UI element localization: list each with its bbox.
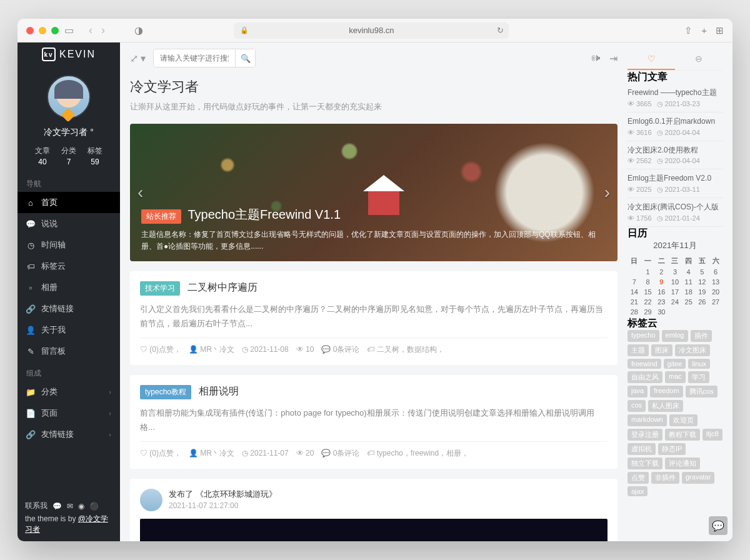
stat-标签[interactable]: 标签59 (88, 146, 102, 166)
qq-float-button[interactable]: 💬 (709, 516, 728, 535)
calendar-day[interactable]: 26 (696, 297, 709, 307)
tag-item[interactable]: 登录注册 (628, 429, 662, 441)
logo[interactable]: kvKEVIN (18, 42, 120, 66)
share-icon[interactable]: ⇧ (684, 25, 692, 36)
calendar-day[interactable]: 7 (628, 277, 641, 287)
tag-item[interactable]: 欢迎页 (669, 414, 698, 426)
tag-item[interactable]: 教程下载 (665, 429, 700, 441)
nav-item-相册[interactable]: ▫相册 (18, 277, 120, 298)
post-comments[interactable]: 💬 0条评论 (321, 344, 359, 355)
tag-item[interactable]: 主题 (628, 344, 649, 356)
stat-文章[interactable]: 文章40 (35, 146, 50, 166)
calendar-day[interactable]: 12 (696, 277, 709, 287)
post-category-tag[interactable]: typecho教程 (140, 385, 191, 399)
calendar-day[interactable]: 14 (628, 287, 641, 297)
mini-avatar[interactable] (140, 489, 162, 511)
sidebar-toggle-icon[interactable]: ▭ (64, 26, 74, 36)
tag-item[interactable]: gitee (664, 359, 686, 369)
calendar-day[interactable]: 23 (654, 297, 668, 307)
post-comments[interactable]: 💬 0条评论 (321, 448, 359, 459)
search-button[interactable]: 🔍 (235, 49, 255, 67)
calendar-day[interactable]: 6 (709, 267, 722, 277)
sound-icon[interactable]: 🕪 (591, 52, 601, 64)
search-input[interactable] (154, 50, 235, 66)
tag-item[interactable]: mac (665, 371, 686, 383)
calendar-day[interactable]: 20 (709, 287, 722, 297)
tag-item[interactable]: gravatar (682, 472, 714, 484)
post-title[interactable]: 二叉树中序遍历 (188, 282, 258, 292)
qq-icon[interactable]: 💬 (52, 502, 62, 511)
expand-icon[interactable]: ⤢ ▾ (130, 52, 146, 64)
calendar-day[interactable]: 24 (668, 297, 682, 307)
shield-icon[interactable]: ◑ (134, 26, 144, 36)
post-tags[interactable]: 🏷 typecho，freewind，相册， (367, 448, 469, 459)
aside-tab-other[interactable]: ⊖ (675, 49, 722, 70)
hot-article-item[interactable]: 冷文图床(腾讯COS)-个人版👁 1756◷ 2021-01-24 (628, 198, 722, 227)
tag-item[interactable]: 腾讯cos (686, 386, 718, 398)
mini-post-title[interactable]: 发布了 《北京环球影城游玩》 (169, 489, 277, 500)
tag-item[interactable]: linux (688, 359, 710, 369)
mini-post-image[interactable] (140, 519, 608, 541)
calendar-day[interactable]: 16 (654, 287, 668, 297)
weibo-icon[interactable]: ◉ (78, 502, 84, 511)
post-author[interactable]: 👤 MR丶冷文 (189, 448, 234, 459)
tag-item[interactable]: cos (628, 400, 646, 412)
calendar-day[interactable]: 13 (709, 277, 722, 287)
tag-item[interactable]: java (628, 386, 648, 398)
tabs-icon[interactable]: ⊞ (716, 25, 724, 36)
calendar-day[interactable]: 25 (682, 297, 696, 307)
new-tab-icon[interactable]: + (701, 25, 707, 36)
login-icon[interactable]: ⇥ (609, 52, 618, 64)
calendar-day[interactable]: 1 (641, 267, 655, 277)
nav-item-首页[interactable]: ⌂首页 (18, 192, 120, 213)
tag-item[interactable]: 点赞 (628, 472, 649, 484)
calendar-day[interactable]: 29 (641, 307, 655, 317)
minimize-window[interactable] (39, 27, 46, 34)
tag-item[interactable]: 图床 (651, 344, 672, 356)
nav-item-标签云[interactable]: 🏷标签云 (18, 256, 120, 277)
calendar-day[interactable]: 18 (682, 287, 696, 297)
calendar-day[interactable]: 19 (696, 287, 709, 297)
back-button[interactable]: ‹ (89, 24, 92, 37)
hot-article-item[interactable]: Emlog6.0.1开启markdown👁 3616◷ 2020-04-04 (628, 112, 722, 141)
like-button[interactable]: ♡ (0)点赞， (140, 344, 181, 355)
tag-item[interactable]: freewind (628, 359, 661, 369)
calendar-day[interactable]: 3 (668, 267, 682, 277)
calendar-day[interactable]: 27 (709, 297, 722, 307)
aside-tab-hot[interactable]: ♡ (628, 49, 675, 70)
calendar-day[interactable]: 15 (641, 287, 655, 297)
hero-slider[interactable]: ‹ › 站长推荐 Typecho主题Freewind V1.1 主题信息名称：修… (130, 124, 618, 261)
github-icon[interactable]: ⚫ (89, 502, 99, 511)
nav-item-时间轴[interactable]: ◷时间轴 (18, 234, 120, 256)
calendar-day[interactable]: 22 (641, 297, 655, 307)
post-title[interactable]: 相册说明 (199, 386, 239, 396)
slider-prev[interactable]: ‹ (138, 182, 143, 202)
calendar-day[interactable]: 10 (668, 277, 682, 287)
calendar-day[interactable]: 8 (641, 277, 655, 287)
tag-item[interactable]: 虚拟机 (628, 443, 656, 455)
nav-item-关于我[interactable]: 👤关于我 (18, 319, 120, 341)
tag-item[interactable]: ltjc8 (702, 429, 722, 441)
group-item-页面[interactable]: 📄页面› (18, 402, 120, 424)
calendar-day[interactable]: 2 (654, 267, 668, 277)
tag-item[interactable]: 自由之风 (628, 371, 662, 383)
post-tags[interactable]: 🏷 二叉树，数据结构， (367, 344, 444, 355)
url-bar[interactable]: 🔒 kevinlu98.cn ↻ (234, 22, 509, 39)
group-item-友情链接[interactable]: 🔗友情链接› (18, 424, 120, 445)
calendar-day[interactable]: 21 (628, 297, 641, 307)
tag-item[interactable]: emlog (662, 330, 688, 342)
post-author[interactable]: 👤 MR丶冷文 (189, 344, 234, 355)
tag-item[interactable]: typecho (628, 330, 659, 342)
calendar-day[interactable]: 9 (654, 277, 668, 287)
nav-item-友情链接[interactable]: 🔗友情链接 (18, 298, 120, 319)
tag-item[interactable]: 插件 (691, 330, 712, 342)
post-category-tag[interactable]: 技术学习 (140, 281, 180, 296)
slider-next[interactable]: › (604, 182, 610, 202)
tag-item[interactable]: 评论通知 (665, 458, 700, 469)
tag-item[interactable]: 学习 (688, 371, 709, 383)
calendar-day[interactable]: 5 (696, 267, 709, 277)
mail-icon[interactable]: ✉ (67, 502, 73, 511)
hot-article-item[interactable]: Freewind ——typecho主题👁 3665◷ 2021-03-23 (628, 84, 722, 112)
calendar-day[interactable]: 30 (654, 307, 668, 317)
stat-分类[interactable]: 分类7 (61, 146, 76, 166)
